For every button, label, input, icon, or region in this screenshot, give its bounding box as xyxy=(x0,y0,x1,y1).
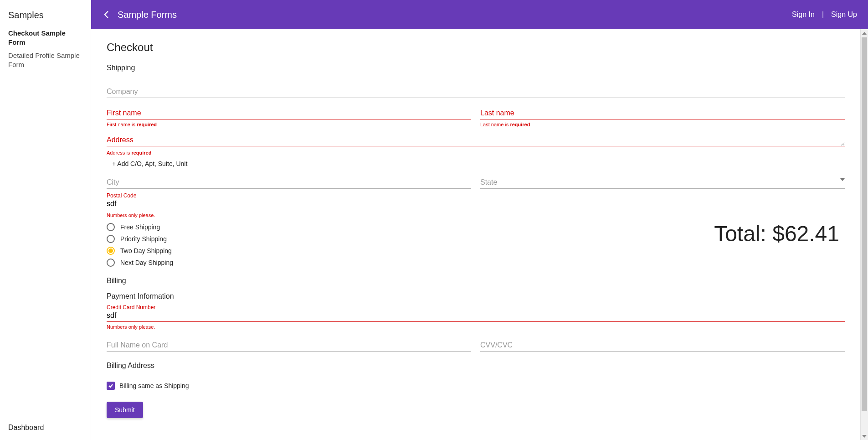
radio-icon xyxy=(107,259,115,267)
cc-name-field: Full Name on Card xyxy=(107,338,471,352)
sidebar-item-label: Checkout Sample Form xyxy=(8,29,66,46)
radio-label: Priority Shipping xyxy=(120,235,167,243)
cc-name-input[interactable] xyxy=(107,338,471,352)
sidebar-item-detailed-profile[interactable]: Detailed Profile Sample Form xyxy=(0,51,91,73)
radio-two-day-shipping[interactable]: Two Day Shipping xyxy=(107,245,845,257)
scroll-up-icon[interactable] xyxy=(861,29,868,37)
city-field: City xyxy=(107,176,471,189)
billing-section-title: Billing xyxy=(101,271,850,290)
billing-address-title: Billing Address xyxy=(101,352,850,374)
scrollbar-thumb[interactable] xyxy=(862,37,867,411)
company-input[interactable] xyxy=(107,85,845,98)
topbar-links: Sign In | Sign Up xyxy=(792,10,857,19)
radio-label: Free Shipping xyxy=(120,223,160,231)
radio-next-day-shipping[interactable]: Next Day Shipping xyxy=(107,257,845,269)
sidebar: Samples Checkout Sample Form Detailed Pr… xyxy=(0,0,91,440)
first-name-input[interactable] xyxy=(107,106,471,119)
postal-input[interactable] xyxy=(107,197,845,210)
billing-same-checkbox[interactable]: Billing same as Shipping xyxy=(107,382,845,390)
submit-button[interactable]: Submit xyxy=(107,402,143,418)
back-icon[interactable] xyxy=(102,10,111,19)
radio-icon xyxy=(107,223,115,231)
sidebar-title: Samples xyxy=(0,0,91,29)
sidebar-item-label: Detailed Profile Sample Form xyxy=(8,52,80,68)
scrollbar[interactable] xyxy=(860,29,868,440)
sidebar-items: Checkout Sample Form Detailed Profile Sa… xyxy=(0,29,91,415)
order-total: Total: $62.41 xyxy=(714,221,839,246)
cc-cvv-input[interactable] xyxy=(480,338,845,352)
last-name-field: Last name xyxy=(480,106,845,119)
add-address-line[interactable]: + Add C/O, Apt, Suite, Unit xyxy=(107,156,845,167)
company-field: Company xyxy=(107,85,845,98)
postal-field: Postal Code xyxy=(107,197,845,210)
address-error: Address is required xyxy=(107,150,845,156)
address-input[interactable] xyxy=(107,133,845,146)
address-field: Address xyxy=(107,133,845,148)
city-input[interactable] xyxy=(107,176,471,189)
checkout-card: Checkout Shipping Company First name xyxy=(101,35,850,424)
last-name-error: Last name is required xyxy=(480,121,845,128)
topbar-title: Sample Forms xyxy=(118,10,792,20)
shipping-section-title: Shipping xyxy=(101,58,850,77)
main: Sample Forms Sign In | Sign Up Checkout … xyxy=(91,0,868,440)
content: Checkout Shipping Company First name xyxy=(91,29,868,440)
checkbox-icon xyxy=(107,382,115,390)
first-name-error: First name is required xyxy=(107,121,471,128)
cc-cvv-field: CVV/CVC xyxy=(480,338,845,352)
cc-number-error: Numbers only please. xyxy=(107,324,845,330)
page-title: Checkout xyxy=(101,35,850,58)
radio-label: Two Day Shipping xyxy=(120,247,172,254)
postal-error: Numbers only please. xyxy=(107,212,845,218)
first-name-field: First name xyxy=(107,106,471,119)
radio-label: Next Day Shipping xyxy=(120,259,173,266)
cc-number-input[interactable] xyxy=(107,309,845,322)
cc-number-field: Credit Card Number xyxy=(107,309,845,322)
state-select[interactable] xyxy=(480,176,845,189)
payment-info-title: Payment Information xyxy=(101,290,850,305)
radio-icon xyxy=(107,235,115,243)
sidebar-dashboard-link[interactable]: Dashboard xyxy=(0,415,91,440)
last-name-input[interactable] xyxy=(480,106,845,119)
topbar-divider: | xyxy=(822,10,824,19)
signup-link[interactable]: Sign Up xyxy=(831,10,857,19)
signin-link[interactable]: Sign In xyxy=(792,10,815,19)
topbar: Sample Forms Sign In | Sign Up xyxy=(91,0,868,29)
billing-same-label: Billing same as Shipping xyxy=(119,382,189,389)
state-field: State xyxy=(480,176,845,189)
sidebar-item-checkout[interactable]: Checkout Sample Form xyxy=(0,29,91,51)
scroll-down-icon[interactable] xyxy=(861,432,868,440)
radio-icon xyxy=(107,247,115,255)
